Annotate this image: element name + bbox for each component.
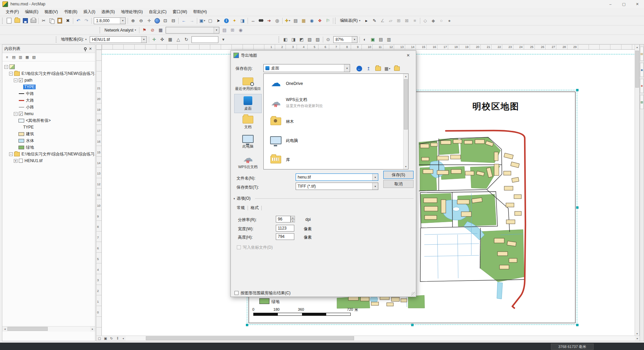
file-list-scroll-down-icon[interactable]: ▾ [403,164,408,169]
rotate-raster-icon[interactable]: △ [174,36,182,44]
tab-format[interactable]: 格式 [248,204,261,211]
next-extent-icon[interactable]: → [188,17,196,25]
place-this-pc[interactable]: 此电脑 [234,132,262,151]
hyperlink-icon[interactable]: ✦ [230,17,239,25]
network-analyst-menu-button[interactable]: Network Analyst▾ [102,27,138,34]
menu-item[interactable]: 帮助(H) [190,8,210,16]
maximize-button[interactable]: ▢ [617,0,631,8]
toc-group-1-label[interactable]: E:\地信实习文件\综合练习NEW\综合练习... [22,71,95,77]
minimize-button[interactable]: – [604,0,617,8]
toc-symbol-building[interactable]: 建筑 [2,131,95,137]
vertical-scroll-thumb[interactable] [635,51,639,88]
toc-data-frame-expander[interactable]: − [4,65,8,69]
new-folder-icon[interactable] [373,64,383,73]
toc-options-icon[interactable]: ▧ [31,54,37,60]
map-scalebar[interactable]: 0 180 360 720 米 [250,307,360,317]
update-display-icon[interactable]: ◐ [361,36,369,44]
toc-close-icon[interactable]: ✕ [88,47,93,51]
attribute-table-icon[interactable]: ▥ [385,36,393,44]
toc-field-type-label[interactable]: TYPE [23,85,36,89]
toc-field-type-2-label[interactable]: TYPE [23,125,34,130]
save-in-combo[interactable]: 桌面 ▾ [263,64,350,72]
delete-icon[interactable]: ✖ [64,17,72,25]
zoom-percent-combo[interactable]: 87%▾ [333,36,357,43]
menu-item[interactable]: 自定义(C) [146,8,170,16]
menu-item[interactable]: 选择(S) [98,8,118,16]
add-control-points-icon[interactable]: ✛ [150,36,158,44]
view-menu-icon[interactable]: ▦▾ [383,64,392,73]
transformation-icon[interactable]: ↻ [182,36,190,44]
pan-to-display-icon[interactable]: ⊙ [324,36,332,44]
spinner-up-icon[interactable]: ▴ [291,216,295,219]
h-scroll-left-icon[interactable]: ◂ [121,336,126,341]
selection-handle[interactable] [576,89,578,91]
place-wps-cloud[interactable]: ☁WPS云文档 [234,151,262,170]
layout-view-icon[interactable]: ▣ [102,336,109,341]
place-desktop[interactable]: 桌面 [234,94,262,113]
pin-icon[interactable] [83,47,88,51]
height-input[interactable]: 794 [276,233,294,240]
menu-item[interactable]: 插入(I) [80,8,98,16]
filename-dropdown-icon[interactable]: ▾ [372,174,378,181]
file-library[interactable]: 库 [264,150,408,169]
refresh-view-icon[interactable]: ↻ [109,336,115,341]
toc-symbol-smallroad-label[interactable]: 小路 [26,104,34,110]
swipe-layer-icon[interactable]: ▧ [306,36,314,44]
select-elements-icon[interactable]: ➤ [214,17,222,25]
contrast-icon[interactable]: ◧ [282,36,290,44]
network-barrier-icon[interactable]: ⊘ [148,26,157,34]
desktop-folder-icon[interactable] [392,64,401,73]
go-to-xy-icon[interactable]: ◎ [273,17,281,25]
toc-group-2[interactable]: −E:\地信实习文件\综合练习NEW\综合练习... [2,151,95,157]
html-popup-icon[interactable]: ◨ [239,17,247,25]
toc-symbol-water[interactable]: 水体 [2,137,95,144]
attributes-icon[interactable]: ⊞ [395,17,403,25]
layer-properties-icon[interactable]: ▤ [377,36,385,44]
list-by-drawing-order-icon[interactable]: ≡ [4,54,10,60]
clip-to-graphics-checkbox[interactable] [234,291,239,295]
file-list[interactable]: ▴ ▾ ☁OneDrive☁WPS云文档这里文件自动更新到云林木此电脑库 [263,73,409,169]
sketch-tool-icon[interactable]: ✎ [371,17,379,25]
dialog-resize-grip[interactable] [411,292,415,296]
flicker-layer-icon[interactable]: ▨ [314,36,322,44]
brightness-icon[interactable]: ◨ [290,36,298,44]
scroll-left-icon[interactable]: ◂ [2,327,7,332]
zoom-percent-combo-arrow-icon[interactable]: ▾ [352,37,357,43]
file-wps-cloud[interactable]: ☁WPS云文档这里文件自动更新到云 [264,93,408,112]
network-location-icon[interactable]: ⚑ [140,26,148,34]
georef-layer-combo-arrow-icon[interactable]: ▾ [141,37,146,43]
identify-icon[interactable] [222,17,230,25]
selection-handle[interactable] [411,324,414,326]
selection-handle[interactable] [576,206,578,209]
previous-extent-icon[interactable]: ← [180,17,188,25]
find-icon[interactable] [257,17,265,25]
toc-group-1[interactable]: −E:\地信实习文件\综合练习NEW\综合练习... [2,70,95,77]
catalog-tab[interactable]: ▤ [640,47,644,61]
options-header[interactable]: ▾ 选项(O) [233,196,251,201]
toc-group-2-expander[interactable]: − [9,152,13,156]
solve-icon[interactable]: ◉ [237,26,245,34]
toolbox-tab[interactable]: ❖ [640,79,644,93]
menu-item[interactable]: 文件(F) [3,8,22,16]
menu-item[interactable]: 窗口(W) [170,8,190,16]
list-by-selection-icon[interactable]: ▦ [24,54,31,60]
selection-handle[interactable] [246,324,248,326]
scroll-right-icon[interactable]: ▸ [90,327,95,332]
scroll-up-icon[interactable]: ▴ [635,45,639,50]
toolbar-grip[interactable] [56,37,57,43]
save-in-dropdown-icon[interactable]: ▾ [344,64,350,72]
editor-menu-button[interactable]: 编辑器(R)▾ [338,17,362,24]
toc-symbol-building-label[interactable]: 建筑 [26,131,34,137]
menu-item[interactable]: 视图(V) [41,8,61,16]
width-input[interactable]: 1123 [276,225,294,232]
zoom-in-icon[interactable]: ⊕ [129,17,137,25]
select-link-icon[interactable]: ✜ [158,36,166,44]
snap-vertex-icon[interactable]: ◇ [421,17,429,25]
arctoolbox-icon[interactable]: ❖ [316,17,324,25]
cancel-button[interactable]: 取消 [383,180,414,188]
georef-layer-combo[interactable]: HENU1.tif▾ [90,36,147,43]
save-button[interactable]: 保存(S) [383,171,414,179]
fixed-zoom-in-icon[interactable]: ⊡ [161,17,169,25]
toc-field-type[interactable]: TYPE [2,84,95,90]
toolbar-grip[interactable] [335,18,337,24]
